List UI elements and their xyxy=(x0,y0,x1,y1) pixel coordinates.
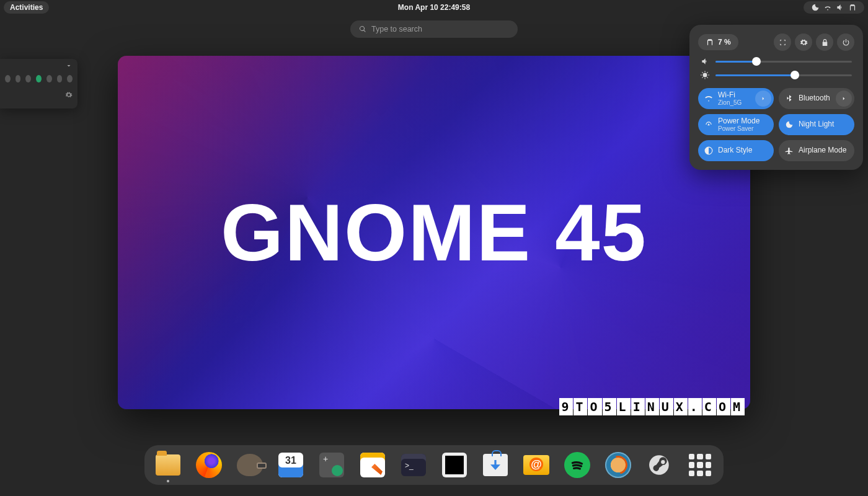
volume-icon xyxy=(701,57,709,66)
app-spotify[interactable] xyxy=(564,451,591,479)
night-icon xyxy=(811,3,820,12)
app-files[interactable] xyxy=(154,451,182,479)
dash: 31 >_ xyxy=(144,445,724,485)
app-calendar[interactable]: 31 xyxy=(277,451,304,479)
app-boxes[interactable] xyxy=(441,451,468,479)
app-firefox[interactable] xyxy=(195,451,223,479)
workspace-app-dots xyxy=(0,73,78,85)
gear-icon xyxy=(65,91,73,99)
top-bar: Activities Mon Apr 10 22:49:58 xyxy=(0,0,868,15)
app-notes[interactable] xyxy=(359,451,386,479)
gauge-icon xyxy=(704,120,713,129)
wifi-label: Wi-Fi xyxy=(718,91,750,99)
screenshot-button[interactable] xyxy=(774,33,791,51)
battery-pill[interactable]: 7 % xyxy=(698,34,738,50)
lock-button[interactable] xyxy=(816,33,833,51)
brightness-icon xyxy=(701,71,709,79)
app-terminal[interactable]: >_ xyxy=(400,451,427,479)
power-label: Power Mode xyxy=(718,117,771,125)
night-light-label: Night Light xyxy=(799,120,852,128)
wifi-icon xyxy=(823,3,832,12)
airplane-label: Airplane Mode xyxy=(799,146,852,154)
activities-button[interactable]: Activities xyxy=(4,1,49,14)
wifi-arrow[interactable] xyxy=(755,91,771,107)
battery-icon xyxy=(848,3,857,12)
power-mode-toggle[interactable]: Power ModePower Saver xyxy=(698,114,774,135)
contrast-icon xyxy=(704,146,713,155)
volume-slider[interactable] xyxy=(701,57,852,66)
overview-search[interactable] xyxy=(350,20,518,38)
bluetooth-icon xyxy=(785,94,794,103)
bluetooth-arrow[interactable] xyxy=(836,91,852,107)
clock[interactable]: Mon Apr 10 22:49:58 xyxy=(398,3,470,12)
quick-settings-panel: 7 % Wi-FiZion_5G Bluetooth Power ModePo xyxy=(689,25,863,170)
dark-style-toggle[interactable]: Dark Style xyxy=(698,140,774,161)
wifi-toggle[interactable]: Wi-FiZion_5G xyxy=(698,88,774,109)
battery-icon xyxy=(706,38,714,46)
airplane-toggle[interactable]: Airplane Mode xyxy=(779,140,854,161)
moon-icon xyxy=(785,120,794,129)
airplane-icon xyxy=(785,146,794,155)
show-apps-button[interactable] xyxy=(686,451,714,479)
workspace-thumbnail[interactable] xyxy=(0,59,78,108)
bluetooth-toggle[interactable]: Bluetooth xyxy=(779,88,854,109)
app-mail[interactable] xyxy=(523,451,550,479)
brightness-slider[interactable] xyxy=(701,71,852,79)
app-gimp[interactable] xyxy=(236,451,264,479)
power-sub: Power Saver xyxy=(718,125,771,132)
dark-style-label: Dark Style xyxy=(718,146,771,154)
workspace-preview[interactable]: GNOME 45 xyxy=(118,56,750,409)
app-steam[interactable] xyxy=(645,451,673,479)
power-button[interactable] xyxy=(837,33,854,51)
watermark: 9TO5LINUX.COM xyxy=(559,398,745,415)
night-light-toggle[interactable]: Night Light xyxy=(779,114,854,135)
system-tray[interactable] xyxy=(804,1,864,14)
wifi-icon xyxy=(704,94,713,103)
settings-button[interactable] xyxy=(795,33,812,51)
bluetooth-label: Bluetooth xyxy=(799,94,831,102)
wifi-sub: Zion_5G xyxy=(718,99,750,106)
volume-icon xyxy=(836,3,844,12)
search-icon xyxy=(359,25,366,33)
app-software[interactable] xyxy=(482,451,509,479)
wallpaper-title: GNOME 45 xyxy=(118,186,750,279)
battery-text: 7 % xyxy=(718,38,731,46)
chevron-down-icon xyxy=(65,62,73,69)
app-calculator[interactable] xyxy=(318,451,345,479)
app-colorswirl[interactable] xyxy=(604,451,632,479)
search-input[interactable] xyxy=(371,25,509,33)
